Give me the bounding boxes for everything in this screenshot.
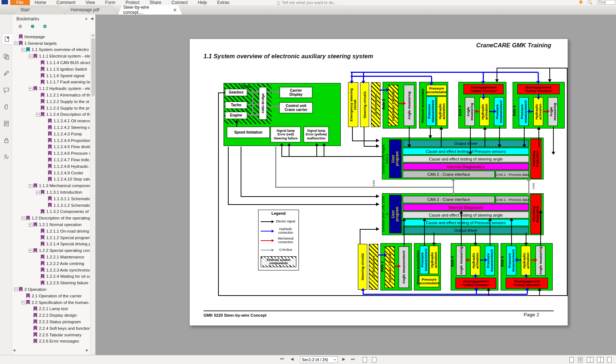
bookmark-item[interactable]: 1.1.3.1.1 Schematic: [12, 195, 90, 202]
menu-item[interactable]: Form: [105, 0, 115, 5]
facing-view-icon[interactable]: [587, 357, 593, 363]
bookmark-item[interactable]: 2.2.3 Status pictogram: [12, 318, 90, 325]
tab-steer-by-wire[interactable]: Steer-by-wire concept.... ✕: [118, 5, 182, 15]
bookmark-item[interactable]: 2.2.1 Lamp test: [12, 305, 90, 312]
facing-continuous-view-icon[interactable]: [597, 357, 604, 363]
scroll-up-icon[interactable]: ▲: [91, 33, 95, 37]
expander-icon[interactable]: [29, 249, 33, 252]
tell-me-box[interactable]: Tell me what you want to do...: [277, 0, 337, 5]
goto-bookmark-button[interactable]: ➜: [40, 26, 45, 32]
next-view-icon[interactable]: [372, 357, 376, 363]
previous-view-icon[interactable]: [363, 357, 367, 363]
search-icon[interactable]: [588, 0, 591, 4]
bookmark-item[interactable]: 1.1.2.4.8 Hydraulic ac: [12, 163, 90, 170]
expander-icon[interactable]: [21, 48, 26, 51]
menu-item[interactable]: Protect: [126, 0, 139, 5]
bookmark-item[interactable]: 1.2.1.2 Special program: [12, 234, 90, 241]
bookmark-item[interactable]: 2.2.6 Error messages: [12, 338, 90, 344]
scroll-right-icon[interactable]: ▶: [86, 348, 88, 352]
signature-icon[interactable]: [1, 151, 11, 162]
page-thumbnails-icon[interactable]: [1, 51, 11, 62]
expander-icon[interactable]: [14, 288, 19, 291]
bookmark-item[interactable]: 1.1.2.4.1 Oil reservoi: [12, 118, 90, 124]
first-page-button[interactable]: ⏮: [280, 357, 284, 361]
bookmark-item[interactable]: 1 General targets: [12, 40, 90, 47]
scrollbar-thumb[interactable]: [91, 38, 95, 96]
expander-icon[interactable]: [36, 191, 41, 194]
bookmark-item[interactable]: 1.1.2 Hydraulic system - elec: [12, 85, 90, 92]
expander-icon[interactable]: [29, 223, 33, 226]
add-bookmark-button[interactable]: +: [28, 26, 33, 32]
bookmarks-panel-icon[interactable]: [2, 33, 12, 44]
find-input[interactable]: [597, 0, 615, 5]
bookmark-item[interactable]: 2.2.5 Tabular summary: [12, 332, 90, 338]
bookmark-item[interactable]: 1.1.2.1 Kinematics of the: [12, 92, 90, 98]
hide-panel-icon[interactable]: ◀: [91, 17, 93, 20]
menu-item[interactable]: Share: [150, 0, 161, 5]
bookmark-item[interactable]: 1.1.3 Mechanical componen: [12, 182, 90, 189]
bookmark-item[interactable]: 1.2.1 Normal operation: [12, 221, 90, 228]
bookmark-item[interactable]: 1.1.3.2 Components of t: [12, 209, 90, 215]
menu-item[interactable]: Connect: [171, 0, 188, 5]
delete-bookmark-button[interactable]: ✕: [16, 26, 20, 32]
security-lock-icon[interactable]: [1, 135, 11, 146]
bookmark-item[interactable]: 1.1.1 Electrical system - elec: [12, 53, 90, 59]
bookmark-item[interactable]: 1.1.1.7 Fault warning lar: [12, 79, 90, 86]
bookmark-item[interactable]: 1.2.2.1 Maintenance: [12, 254, 90, 260]
bookmark-item[interactable]: 1.1.2.3 Supply to the pr: [12, 105, 90, 111]
bookmark-item[interactable]: 1.2.2.5 Steering failure: [12, 280, 90, 286]
bookmark-item[interactable]: 1.1.2.4.7 Flow indica: [12, 157, 90, 163]
bookmark-item[interactable]: 1.1.2.2 Supply to the st: [12, 98, 90, 105]
bookmark-item[interactable]: 1.1 System overview of electro: [12, 47, 90, 53]
pin-icon[interactable]: [579, 0, 583, 4]
bookmark-item[interactable]: 1.2.1.4 Special driving pr: [12, 241, 90, 248]
tab-start[interactable]: Start: [15, 5, 64, 15]
bookmark-item[interactable]: Homepage: [12, 33, 90, 40]
bookmark-item[interactable]: 1.2 Description of the operating: [12, 215, 90, 221]
bookmark-item[interactable]: 2.2.4 Soft keys and function: [12, 325, 90, 332]
expander-icon[interactable]: [21, 217, 26, 220]
bookmark-item[interactable]: 2 Operation: [12, 286, 90, 293]
bookmark-item[interactable]: 1.1.2.4.10 Stop valve: [12, 176, 90, 183]
close-tab-icon[interactable]: ✕: [173, 8, 177, 12]
bookmark-item[interactable]: 2.2.2 Display design: [12, 312, 90, 318]
bookmark-item[interactable]: 1.1.2.4.4 Proportiona: [12, 137, 90, 144]
expander-icon[interactable]: [29, 184, 33, 187]
fields-icon[interactable]: [1, 118, 11, 129]
page-number-field[interactable]: Sec1:2 (4 / 24) ▼: [300, 356, 338, 363]
menu-item[interactable]: Help: [198, 0, 207, 5]
file-menu-button[interactable]: File: [10, 0, 30, 5]
bookmark-item[interactable]: 2.1 Operation of the carrier: [12, 293, 90, 299]
vertical-scrollbar[interactable]: ▲ ▼: [90, 33, 95, 360]
bookmark-item[interactable]: 1.1.3.1.2 Schematic: [12, 202, 90, 209]
previous-page-button[interactable]: ◀: [291, 357, 293, 361]
menu-item[interactable]: Home: [35, 0, 46, 5]
attachments-icon[interactable]: [1, 101, 11, 112]
bookmark-item[interactable]: 1.1.2.4.5 Flow divide: [12, 144, 90, 150]
last-page-button[interactable]: ⏭: [351, 357, 355, 361]
bookmark-item[interactable]: 1.1.1.4 CAN BUS structu: [12, 59, 90, 66]
expander-icon[interactable]: [29, 55, 33, 58]
bookmark-item[interactable]: 1.1.2.4.2 Steering cy: [12, 124, 90, 131]
expander-icon[interactable]: [29, 87, 33, 90]
horizontal-scrollbar[interactable]: ◀ ▶: [12, 348, 90, 353]
single-page-view-icon[interactable]: [569, 357, 574, 363]
bookmark-item[interactable]: 1.1.2.4.3 Pump: [12, 131, 90, 137]
bookmark-item[interactable]: 1.1.3.1 Introduction: [12, 189, 90, 195]
tab-homepage[interactable]: Homepage.pdf: [66, 5, 117, 15]
bookmark-item[interactable]: 1.1.1.5 Ignition Switch: [12, 66, 90, 72]
menu-item[interactable]: View: [86, 0, 95, 5]
expander-icon[interactable]: [14, 41, 19, 45]
expander-icon[interactable]: [36, 113, 41, 116]
bookmark-item[interactable]: 1.1.1.6 Speed signal: [12, 72, 90, 79]
menu-item[interactable]: Comment: [56, 0, 75, 5]
bookmark-item[interactable]: 1.2.2.4 Waiting for oil su: [12, 273, 90, 280]
bookmark-item[interactable]: 2.2 Specification of the human-: [12, 299, 90, 306]
continuous-view-icon[interactable]: [578, 357, 583, 363]
bookmark-item[interactable]: 1.2.2.2 Axle centring: [12, 260, 90, 267]
bookmark-item[interactable]: 1.1.2.4 Description of th: [12, 111, 90, 118]
expander-icon[interactable]: [21, 301, 26, 304]
edit-pencil-icon[interactable]: [1, 68, 11, 79]
next-page-button[interactable]: ▶: [342, 357, 345, 361]
collapse-panel-icon[interactable]: »: [85, 16, 87, 21]
